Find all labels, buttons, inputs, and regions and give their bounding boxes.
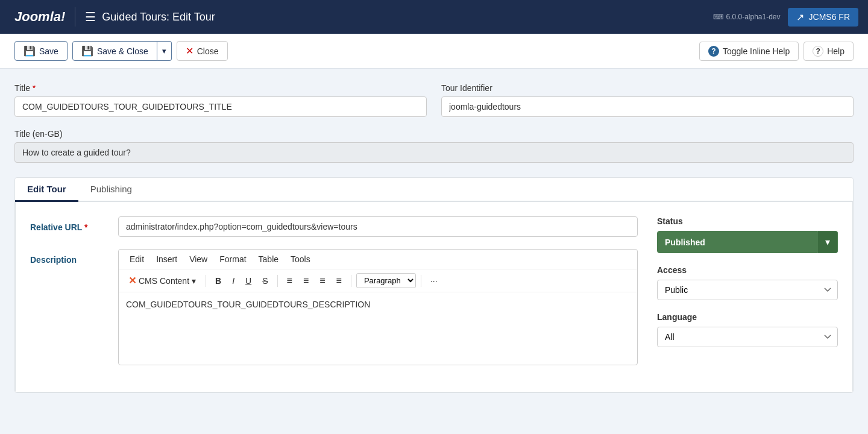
save-close-button[interactable]: 💾 Save & Close (72, 41, 157, 61)
title-label: Title * (14, 83, 427, 93)
underline-button[interactable]: U (241, 274, 256, 288)
more-button[interactable]: ··· (426, 274, 442, 288)
tour-identifier-group: Tour Identifier (441, 83, 854, 117)
title-engb-label: Title (en-GB) (14, 129, 854, 139)
editor-content[interactable]: COM_GUIDEDTOURS_TOUR_GUIDEDTOURS_DESCRIP… (119, 292, 637, 365)
title-engb-group: Title (en-GB) How to create a guided tou… (14, 129, 854, 163)
editor-toolbar: ✕ CMS Content ▾ B I U S ≡ (119, 269, 637, 292)
align-right-button[interactable]: ≡ (315, 274, 329, 288)
status-dropdown-button[interactable]: ▾ (818, 231, 838, 253)
language-select[interactable]: All (657, 327, 838, 347)
editor-divider-2 (277, 275, 278, 287)
cms-content-button[interactable]: ✕ CMS Content ▾ (124, 273, 201, 288)
relative-url-row: Relative URL * (30, 216, 638, 237)
tour-identifier-label: Tour Identifier (441, 83, 854, 93)
save-button[interactable]: 💾 Save (14, 41, 68, 61)
help-button[interactable]: ? Help (804, 42, 854, 61)
italic-button[interactable]: I (228, 274, 239, 288)
navbar-left: Joomla! ☰ Guided Tours: Edit Tour (10, 7, 215, 27)
editor-divider-4 (421, 275, 421, 287)
help-icon: ? (813, 46, 823, 57)
relative-url-input[interactable] (118, 216, 638, 237)
page-title: Guided Tours: Edit Tour (102, 11, 215, 24)
tab-main: Relative URL * Description Edit (30, 216, 638, 377)
save-close-label: Save & Close (97, 46, 148, 56)
strikethrough-button[interactable]: S (258, 274, 272, 288)
toolbar: 💾 Save 💾 Save & Close ▾ ✕ Close ? Toggle… (0, 34, 868, 69)
editor-menu-tools[interactable]: Tools (285, 252, 316, 266)
close-label: Close (197, 46, 219, 56)
user-label: JCMS6 FR (809, 12, 850, 22)
editor-menu-view[interactable]: View (183, 252, 213, 266)
editor-divider-1 (206, 275, 206, 287)
joomla-x-icon: ✕ (128, 275, 136, 286)
tab-sidebar: Status Published ▾ Access Public (657, 216, 838, 377)
status-select[interactable]: Published (657, 231, 818, 253)
access-group: Access Public (657, 265, 838, 300)
title-input[interactable] (14, 96, 427, 117)
joomla-text: Joomla! (14, 9, 65, 25)
cms-content-arrow: ▾ (192, 276, 196, 286)
description-row: Description Edit Insert View Format Tabl… (30, 249, 638, 365)
title-required: * (33, 83, 36, 93)
cms-content-label: CMS Content (139, 276, 189, 286)
editor-menu-edit[interactable]: Edit (124, 252, 150, 266)
relative-url-required: * (82, 222, 87, 232)
guided-tours-icon: ☰ (85, 10, 96, 24)
close-button[interactable]: ✕ Close (177, 41, 228, 61)
paragraph-select[interactable]: Paragraph (356, 273, 416, 288)
title-engb-value: How to create a guided tour? (14, 142, 854, 163)
tab-edit-tour[interactable]: Edit Tour (15, 178, 78, 202)
help-label: Help (827, 46, 844, 56)
close-icon: ✕ (186, 45, 193, 57)
keyboard-icon: ⌨ (713, 13, 723, 21)
navbar-right: ⌨ 6.0.0-alpha1-dev ↗ JCMS6 FR (713, 8, 858, 27)
editor-divider-3 (351, 275, 351, 287)
navbar-divider (75, 7, 75, 27)
toggle-inline-help-label: Toggle Inline Help (723, 46, 790, 56)
help-circle-icon: ? (708, 46, 719, 57)
editor-menu-insert[interactable]: Insert (150, 252, 183, 266)
tab-publishing[interactable]: Publishing (78, 178, 144, 202)
save-label: Save (39, 46, 58, 56)
editor-wrapper-outer: Edit Insert View Format Table Tools ✕ (118, 249, 638, 365)
access-label: Access (657, 265, 838, 275)
tab-edit-tour-content: Relative URL * Description Edit (15, 202, 853, 392)
access-select[interactable]: Public (657, 280, 838, 300)
toggle-inline-help-button[interactable]: ? Toggle Inline Help (699, 42, 799, 61)
language-group: Language All (657, 312, 838, 347)
save-close-icon: 💾 (81, 45, 93, 57)
save-close-dropdown[interactable]: ▾ (157, 41, 172, 61)
navbar: Joomla! ☰ Guided Tours: Edit Tour ⌨ 6.0.… (0, 0, 868, 34)
save-icon: 💾 (24, 45, 36, 57)
title-field-group: Title * (14, 83, 427, 117)
tabs-card: Edit Tour Publishing Relative URL * (14, 177, 854, 393)
language-label: Language (657, 312, 838, 322)
save-close-group: 💾 Save & Close ▾ (72, 41, 172, 61)
user-button[interactable]: ↗ JCMS6 FR (788, 8, 858, 27)
status-select-wrapper: Published ▾ (657, 231, 838, 253)
toolbar-left: 💾 Save 💾 Save & Close ▾ ✕ Close (14, 41, 228, 61)
align-left-button[interactable]: ≡ (283, 274, 297, 288)
external-icon: ↗ (796, 11, 804, 23)
relative-url-input-wrapper (118, 216, 638, 237)
tour-identifier-input[interactable] (441, 96, 854, 117)
version-text: 6.0.0-alpha1-dev (726, 13, 780, 21)
editor: Edit Insert View Format Table Tools ✕ (118, 249, 638, 365)
description-label: Description (30, 249, 108, 265)
version-badge: ⌨ 6.0.0-alpha1-dev (713, 13, 780, 21)
title-row: Title * Tour Identifier (14, 83, 854, 117)
status-group: Status Published ▾ (657, 216, 838, 253)
editor-menu-table[interactable]: Table (253, 252, 285, 266)
align-justify-button[interactable]: ≡ (332, 274, 346, 288)
bold-button[interactable]: B (211, 274, 225, 288)
tabs: Edit Tour Publishing (15, 178, 853, 202)
align-center-button[interactable]: ≡ (299, 274, 313, 288)
editor-menu-format[interactable]: Format (213, 252, 252, 266)
status-label: Status (657, 216, 838, 226)
editor-menubar: Edit Insert View Format Table Tools (119, 250, 637, 269)
navbar-title-area: ☰ Guided Tours: Edit Tour (85, 10, 215, 24)
relative-url-label: Relative URL * (30, 216, 108, 232)
joomla-logo: Joomla! (10, 9, 65, 25)
main-content: Title * Tour Identifier Title (en-GB) Ho… (0, 69, 868, 407)
